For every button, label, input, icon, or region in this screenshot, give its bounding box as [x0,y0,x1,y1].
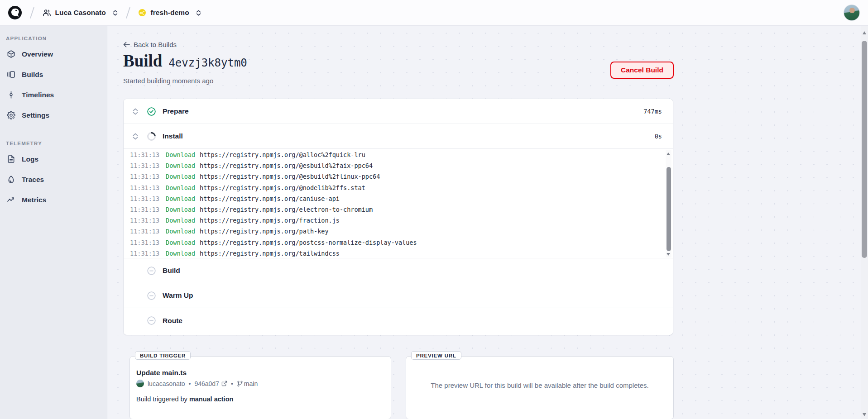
step-duration: 747ms [643,108,662,115]
log-line: 11:31:13Downloadhttps://registry.npmjs.o… [130,248,661,258]
chevron-updown-icon [113,10,118,16]
scroll-down-icon[interactable] [863,413,866,416]
log-line: 11:31:13Downloadhttps://registry.npmjs.o… [130,171,661,182]
metrics-icon [7,195,15,204]
page-title-word: Build [123,51,162,71]
build-id: 4evzj3k8ytm0 [168,57,247,69]
minus-circle-icon [146,316,156,326]
preview-url-message: The preview URL for this build will be a… [406,381,673,389]
arrow-left-icon [123,42,130,48]
user-avatar[interactable] [844,5,860,21]
log-scrollbar-thumb[interactable] [667,167,671,251]
log-line: 11:31:13Downloadhttps://registry.npmjs.o… [130,204,661,215]
sidebar-item-label: Builds [22,71,43,79]
log-line: 11:31:13Downloadhttps://registry.npmjs.o… [130,149,661,160]
scroll-up-icon[interactable] [863,31,866,34]
step-row-build[interactable]: Build [124,258,673,283]
build-steps-card: Prepare 747ms Install 0s 11:31:13Downloa… [123,99,673,335]
sidebar-section-application: APPLICATION [6,36,107,41]
log-line: 11:31:13Downloadhttps://registry.npmjs.o… [130,182,661,193]
commit-meta-row: lucacasonato • 946a0d7 • [136,380,258,387]
sidebar-item-traces[interactable]: Traces [0,169,107,190]
meta-separator: • [189,380,191,387]
main-content: Back to Builds Build 4evzj3k8ytm0 Starte… [108,26,861,419]
trigger-type: manual action [189,395,234,403]
preview-url-card: PREVIEW URL The preview URL for this bui… [406,356,674,419]
trigger-reason: Build triggered by manual action [136,395,233,403]
sidebar-item-metrics[interactable]: Metrics [0,190,107,210]
breadcrumb-org-selector[interactable]: Luca Casonato [43,9,118,17]
deno-logo[interactable] [8,6,22,19]
back-link-label: Back to Builds [134,41,177,48]
step-name: Route [163,317,182,325]
commit-author: lucacasonato [148,380,185,387]
step-row-install[interactable]: Install 0s [124,124,673,149]
sidebar-item-label: Settings [22,111,49,119]
logs-icon [7,155,15,163]
page-title: Build 4evzj3k8ytm0 [123,51,247,71]
sidebar-item-timelines[interactable]: Timelines [0,85,107,105]
git-branch-icon [237,381,243,387]
cube-icon [7,50,15,58]
sidebar-section-telemetry: TELEMETRY [6,141,107,146]
page-scrollbar[interactable] [861,26,868,419]
sidebar-item-overview[interactable]: Overview [0,44,107,64]
step-name: Prepare [163,107,189,115]
log-line: 11:31:13Downloadhttps://registry.npmjs.o… [130,215,661,226]
sidebar-item-logs[interactable]: Logs [0,149,107,169]
external-link-icon [221,381,227,386]
scroll-down-icon[interactable] [667,253,670,256]
sidebar-item-label: Traces [22,176,44,184]
branch-name: main [244,380,258,387]
flame-icon [7,175,15,184]
sidebar-item-label: Metrics [22,196,46,204]
log-line: 11:31:13Downloadhttps://registry.npmjs.o… [130,160,661,171]
chevron-updown-icon [196,10,201,16]
breadcrumb-project-label: fresh-demo [150,9,189,17]
sidebar-item-label: Timelines [22,91,54,99]
breadcrumb-separator [30,7,34,18]
scroll-up-icon[interactable] [667,152,670,155]
branch-chip: main [237,380,258,387]
meta-separator: • [231,380,233,387]
expand-collapse-icon[interactable] [133,108,139,115]
breadcrumb-separator [126,7,130,18]
commit-hash-link[interactable]: 946a0d7 [194,380,227,387]
step-duration: 0s [655,133,662,140]
step-row-prepare[interactable]: Prepare 747ms [124,99,673,124]
step-name: Install [163,132,183,140]
minus-circle-icon [146,290,156,300]
sidebar-item-label: Logs [22,155,38,163]
sidebar-item-builds[interactable]: Builds [0,64,107,85]
commit-hash: 946a0d7 [194,380,219,387]
step-row-route[interactable]: Route [124,308,673,333]
build-status-subtitle: Started building moments ago [123,77,213,85]
author-avatar [136,380,144,387]
build-trigger-label: BUILD TRIGGER [135,351,191,360]
log-line: 11:31:13Downloadhttps://registry.npmjs.o… [130,226,661,237]
breadcrumb-project-selector[interactable]: fresh-demo [138,9,201,17]
sidebar-item-settings[interactable]: Settings [0,105,107,125]
commit-title: Update main.ts [136,369,187,377]
back-to-builds-link[interactable]: Back to Builds [123,41,177,48]
build-trigger-card: BUILD TRIGGER Update main.ts lucacasonat… [129,356,391,419]
step-name: Warm Up [163,291,193,300]
breadcrumb-org-label: Luca Casonato [55,9,106,17]
spinner-icon [146,131,156,141]
step-name: Build [163,267,180,275]
lemon-icon [138,9,146,17]
sidebar-item-label: Overview [22,50,53,58]
log-line: 11:31:13Downloadhttps://registry.npmjs.o… [130,237,661,248]
sidebar: APPLICATION Overview Builds Timelines [0,26,107,419]
builds-icon [7,70,15,79]
preview-url-label: PREVIEW URL [411,351,461,360]
team-icon [43,9,51,17]
expand-collapse-icon[interactable] [133,133,139,140]
timeline-icon [7,90,15,99]
cancel-build-button[interactable]: Cancel Build [610,62,674,79]
log-scrollbar[interactable] [666,150,671,257]
step-row-warm-up[interactable]: Warm Up [124,283,673,308]
minus-circle-icon [146,266,156,276]
page-scrollbar-thumb[interactable] [862,41,867,258]
check-circle-icon [146,106,156,116]
